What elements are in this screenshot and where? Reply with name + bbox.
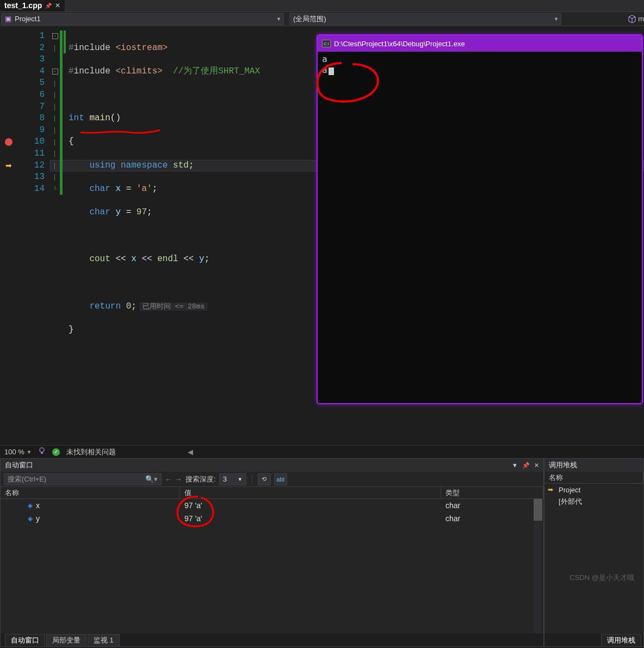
console-line: a <box>322 65 637 76</box>
bottom-tab-callstack[interactable]: 调用堆栈 <box>601 634 641 646</box>
callstack-row[interactable]: ➡ Project <box>544 484 643 496</box>
change-marker <box>60 30 63 195</box>
zoom-label: 100 % <box>4 448 24 456</box>
debug-panels: 自动窗口 ▼ 📌 ✕ 搜索(Ctrl+E) 🔍▾ ← → 搜索深度: 3 ▼ ⟲ <box>0 458 644 647</box>
fold-gutter[interactable]: − │ − ││││ ││││ │└ <box>50 30 60 195</box>
var-value: 97 'a' <box>180 501 441 510</box>
depth-label: 搜索深度: <box>185 474 216 484</box>
dropdown-arrow-icon: ▼ <box>276 16 281 22</box>
pin-icon[interactable]: 📌 <box>45 3 52 9</box>
callstack-bottom-tabs: 调用堆栈 <box>544 633 643 646</box>
col-type-header[interactable]: 类型 <box>441 487 543 498</box>
dropdown-arrow-icon: ▼ <box>554 16 559 22</box>
panel-title-label: 自动窗口 <box>5 460 33 470</box>
next-icon[interactable]: → <box>175 475 182 484</box>
close-icon[interactable]: ✕ <box>55 2 60 9</box>
scope-dropdown[interactable]: (全局范围) ▼ <box>289 13 561 25</box>
scope-dropdown-label: (全局范围) <box>293 14 326 24</box>
project-dropdown-label: Project1 <box>15 15 41 23</box>
callstack-title[interactable]: 调用堆栈 <box>544 459 643 472</box>
callstack-panel: 调用堆栈 名称 ➡ Project [外部代 调用堆栈 <box>544 458 644 647</box>
check-icon: ✓ <box>52 448 60 456</box>
text-cursor <box>329 67 334 75</box>
scrollbar[interactable] <box>534 499 542 633</box>
var-value: 97 'a' <box>180 514 441 523</box>
code-area[interactable]: #include <iostream> #include <climits> /… <box>69 30 260 383</box>
variable-icon: ◈ <box>28 515 33 522</box>
autos-row[interactable]: ◈y 97 'a' char <box>1 512 543 525</box>
current-statement-arrow-icon: ➡ <box>0 160 17 172</box>
callstack-rows: ➡ Project [外部代 <box>544 484 643 633</box>
breakpoint-marker[interactable] <box>0 136 17 148</box>
col-name-header[interactable]: 名称 <box>1 487 180 498</box>
autos-panel-title[interactable]: 自动窗口 ▼ 📌 ✕ <box>1 459 543 472</box>
bottom-tab-locals[interactable]: 局部变量 <box>46 634 86 646</box>
scrollbar-thumb[interactable] <box>534 499 542 521</box>
zoom-control[interactable]: 100 % ▼ <box>4 448 32 456</box>
callstack-header[interactable]: 名称 <box>544 472 643 484</box>
prev-icon[interactable]: ← <box>165 475 172 484</box>
dropdown-arrow-icon: ▼ <box>27 449 32 455</box>
close-icon[interactable]: ✕ <box>534 462 539 469</box>
debug-gutter[interactable]: ➡ <box>0 30 17 195</box>
autos-panel: 自动窗口 ▼ 📌 ✕ 搜索(Ctrl+E) 🔍▾ ← → 搜索深度: 3 ▼ ⟲ <box>0 458 544 647</box>
fold-toggle-icon[interactable]: − <box>52 69 58 75</box>
frame-label: Project <box>559 486 580 494</box>
autos-toolbar: 搜索(Ctrl+E) 🔍▾ ← → 搜索深度: 3 ▼ ⟲ abl <box>1 472 543 487</box>
current-frame-arrow-icon: ➡ <box>548 486 555 493</box>
tool-button[interactable]: ⟲ <box>258 473 271 485</box>
autos-rows: ◈x 97 'a' char ◈y 97 'a' char <box>1 499 543 633</box>
search-input[interactable]: 搜索(Ctrl+E) 🔍▾ <box>4 473 162 485</box>
issues-label: 未找到相关问题 <box>66 447 116 457</box>
svg-rect-1 <box>41 452 43 454</box>
file-tabs: test_1.cpp 📌 ✕ <box>0 0 644 12</box>
search-icon: 🔍▾ <box>145 475 158 483</box>
scope-dropdowns: ▣ Project1 ▼ (全局范围) ▼ m <box>0 12 644 26</box>
pin-icon[interactable]: 📌 <box>522 462 530 469</box>
perf-tip[interactable]: 已用时间 <= 28ms <box>140 303 207 311</box>
dropdown-arrow-icon: ▼ <box>238 477 243 482</box>
svg-point-0 <box>40 448 44 452</box>
editor-status-bar: 100 % ▼ ✓ 未找到相关问题 ◀ <box>0 445 644 458</box>
project-icon: ▣ <box>5 15 11 23</box>
col-name-header[interactable]: 名称 <box>544 472 643 483</box>
watermark: CSDN @是小天才哦 <box>569 573 634 583</box>
var-name: x <box>36 501 40 510</box>
change-marker <box>64 30 66 53</box>
line-numbers: 1234567 891011121314 <box>17 30 50 195</box>
autos-row[interactable]: ◈x 97 'a' char <box>1 499 543 512</box>
console-line: a <box>322 54 637 65</box>
dropdown-arrow-icon[interactable]: ▼ <box>512 462 518 469</box>
console-title-text: D:\Ctest\Project1\x64\Debug\Project1.exe <box>334 40 465 48</box>
console-titlebar[interactable]: C:\ D:\Ctest\Project1\x64\Debug\Project1… <box>318 35 642 52</box>
code-editor[interactable]: ➡ 1234567 891011121314 − │ − ││││ ││││ │… <box>0 26 644 445</box>
dropdown-extra-label: m <box>638 15 644 23</box>
search-placeholder: 搜索(Ctrl+E) <box>8 474 46 484</box>
console-output: a a <box>318 52 642 78</box>
col-value-header[interactable]: 值 <box>180 487 441 498</box>
var-name: y <box>36 514 40 523</box>
callstack-row[interactable]: [外部代 <box>544 496 643 508</box>
console-window[interactable]: C:\ D:\Ctest\Project1\x64\Debug\Project1… <box>317 34 643 404</box>
autos-bottom-tabs: 自动窗口 局部变量 监视 1 <box>1 633 543 646</box>
autos-header[interactable]: 名称 值 类型 <box>1 487 543 499</box>
console-icon: C:\ <box>322 40 331 47</box>
fold-toggle-icon[interactable]: − <box>52 33 58 39</box>
cube-icon[interactable] <box>627 14 637 24</box>
var-type: char <box>441 514 543 523</box>
panel-title-label: 调用堆栈 <box>549 460 577 470</box>
file-tab-active[interactable]: test_1.cpp 📌 ✕ <box>0 0 65 11</box>
variable-icon: ◈ <box>28 502 33 509</box>
tool-button[interactable]: abl <box>274 473 287 485</box>
lightbulb-icon[interactable] <box>38 447 46 456</box>
project-dropdown[interactable]: ▣ Project1 ▼ <box>1 13 284 25</box>
depth-dropdown[interactable]: 3 ▼ <box>219 473 246 485</box>
file-tab-name: test_1.cpp <box>4 1 42 10</box>
var-type: char <box>441 501 543 510</box>
bottom-tab-autos[interactable]: 自动窗口 <box>5 634 45 646</box>
frame-label: [外部代 <box>559 497 582 507</box>
bottom-tab-watch[interactable]: 监视 1 <box>88 634 120 646</box>
scroll-left-icon[interactable]: ◀ <box>188 448 193 456</box>
